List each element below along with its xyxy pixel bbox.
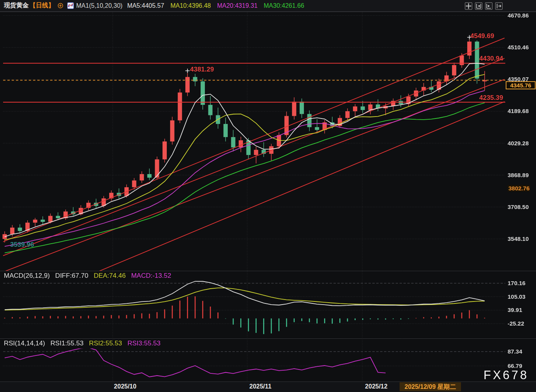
marked-price-label: 3802.76 bbox=[508, 185, 530, 192]
selected-date-badge: 2025/12/09 星期二 bbox=[400, 382, 461, 391]
indicator-icon[interactable] bbox=[67, 2, 74, 9]
macd-diff-value: DIFF:67.70 bbox=[55, 272, 88, 280]
plus-circle-icon[interactable] bbox=[58, 3, 63, 9]
ma-value: MA10:4396.48 bbox=[170, 2, 211, 9]
price-chart-canvas[interactable] bbox=[0, 0, 536, 392]
time-axis: 2025/10 2025/11 2025/12 2025/12/09 星期二 bbox=[0, 382, 536, 392]
rsi-axis-tick: 87.34 bbox=[508, 348, 522, 355]
macd-axis-tick: 170.16 bbox=[508, 280, 526, 286]
move-icon[interactable] bbox=[465, 2, 472, 10]
rsi-title[interactable]: RSI(14,14,14) bbox=[4, 340, 45, 347]
axis-tick: 4510.46 bbox=[508, 44, 529, 51]
rsi3-value: RSI3:55.53 bbox=[127, 340, 161, 347]
app-window: 现货黄金 【日线】 MA1(5,10,20,30) MA5:4405.57MA1… bbox=[0, 0, 536, 392]
axis-tick: 3868.89 bbox=[508, 172, 529, 178]
period-tag[interactable]: 【日线】 bbox=[30, 2, 54, 10]
axis-tick: 3548.10 bbox=[508, 235, 529, 242]
rsi2-value: RSI2:55.53 bbox=[89, 340, 122, 347]
pane-collapse-right-icon[interactable] bbox=[485, 2, 492, 10]
current-price-badge: 4345.76 bbox=[506, 81, 536, 89]
symbol-title: 现货黄金 bbox=[4, 2, 29, 10]
window-controls bbox=[462, 2, 503, 10]
ma-settings-label[interactable]: MA1(5,10,20,30) bbox=[76, 2, 122, 9]
rsi-label-row: RSI(14,14,14) RSI1:55.53 RSI2:55.53 RSI3… bbox=[4, 340, 166, 347]
time-label-oct: 2025/10 bbox=[114, 383, 136, 390]
axis-tick: 3708.50 bbox=[508, 204, 529, 210]
time-label-dec: 2025/12 bbox=[365, 383, 388, 390]
macd-axis-tick: -25.22 bbox=[508, 320, 524, 327]
header-bar: 现货黄金 【日线】 MA1(5,10,20,30) MA5:4405.57MA1… bbox=[0, 0, 536, 12]
axis-tick: 4029.28 bbox=[508, 140, 529, 146]
macd-axis-tick: 39.91 bbox=[508, 307, 522, 313]
axis-tick: 4670.86 bbox=[508, 12, 529, 19]
watermark: FX678 bbox=[484, 368, 529, 382]
macd-value: MACD:-13.52 bbox=[131, 272, 171, 280]
pane-exit-icon[interactable] bbox=[495, 2, 503, 10]
ma-value: MA20:4319.31 bbox=[217, 2, 257, 9]
rsi1-value: RSI1:55.53 bbox=[51, 340, 84, 347]
ma-value: MA5:4405.57 bbox=[127, 2, 164, 9]
axis-tick: 4189.68 bbox=[508, 108, 529, 114]
time-label-nov: 2025/11 bbox=[250, 383, 272, 390]
macd-axis-tick: 105.03 bbox=[508, 293, 526, 300]
ma-values-group: MA5:4405.57MA10:4396.48MA20:4319.31MA30:… bbox=[127, 2, 310, 9]
ma-value: MA30:4261.66 bbox=[264, 2, 304, 9]
macd-label-row: MACD(26,12,9) DIFF:67.70 DEA:74.46 MACD:… bbox=[4, 272, 176, 280]
macd-title[interactable]: MACD(26,12,9) bbox=[4, 272, 50, 280]
macd-dea-value: DEA:74.46 bbox=[94, 272, 126, 280]
pane-collapse-left-icon[interactable] bbox=[475, 2, 482, 10]
